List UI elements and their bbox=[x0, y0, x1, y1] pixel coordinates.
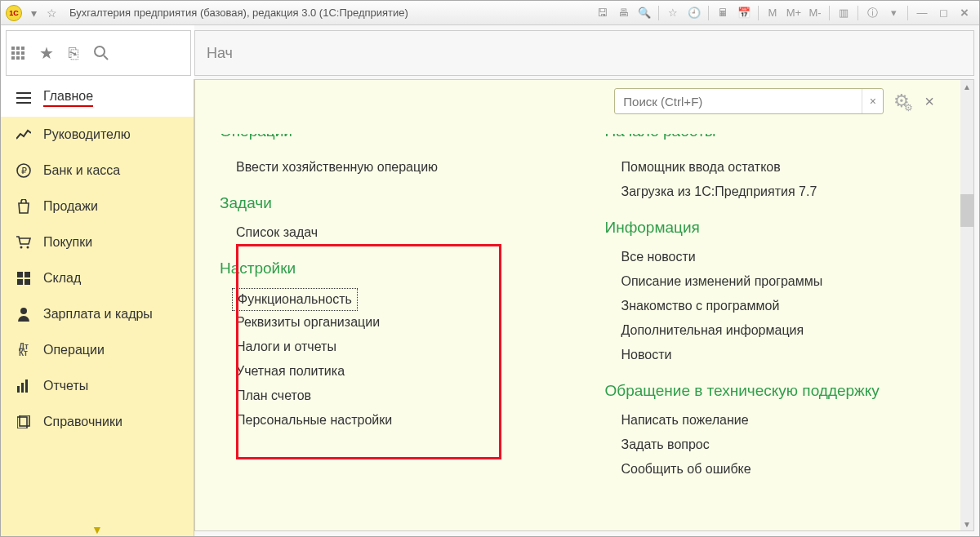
link-report-bug[interactable]: Сообщить об ошибке bbox=[605, 457, 958, 482]
dtkt-icon: ДтКт bbox=[16, 342, 32, 358]
toolbar-print-icon[interactable]: 🖶 bbox=[613, 4, 633, 22]
sidebar-item-label: Операции bbox=[43, 343, 105, 357]
scroll-thumb[interactable] bbox=[960, 194, 973, 227]
settings-gear-icon[interactable]: ⚙⚙ bbox=[893, 91, 910, 112]
section-support[interactable]: Обращение в техническую поддержку bbox=[605, 382, 958, 400]
toolbar-history-icon[interactable]: 🕘 bbox=[684, 4, 704, 22]
scroll-down-icon[interactable]: ▼ bbox=[960, 517, 973, 530]
section-information[interactable]: Информация bbox=[605, 219, 958, 237]
minimize-button[interactable]: — bbox=[912, 4, 932, 22]
bag-icon bbox=[16, 198, 32, 215]
link-changelog[interactable]: Описание изменений программы bbox=[605, 269, 958, 294]
sidebar: Главное Руководителю ₽ Банк и касса bbox=[1, 79, 194, 536]
svg-rect-16 bbox=[25, 379, 28, 393]
svg-line-1 bbox=[104, 55, 108, 60]
sidebar-item-main[interactable]: Главное bbox=[1, 79, 194, 117]
section-operations-cut[interactable]: Операции bbox=[220, 134, 572, 147]
svg-rect-14 bbox=[17, 386, 20, 393]
link-intro[interactable]: Знакомство с программой bbox=[605, 294, 958, 318]
toolbar-save-icon[interactable]: 🖫 bbox=[592, 4, 612, 22]
star-small-icon[interactable]: ☆ bbox=[45, 7, 58, 20]
svg-rect-10 bbox=[24, 272, 30, 277]
vertical-scrollbar[interactable]: ▲ ▼ bbox=[960, 80, 973, 530]
toolbar-calendar-icon[interactable]: 📅 bbox=[734, 4, 754, 22]
search-box[interactable]: × bbox=[614, 88, 884, 114]
toolbar-fav-icon[interactable]: ☆ bbox=[663, 4, 683, 22]
sidebar-item-label: Продажи bbox=[43, 199, 98, 214]
sidebar-item-warehouse[interactable]: Склад bbox=[1, 260, 194, 296]
toolbar-info-drop-icon[interactable]: ▾ bbox=[884, 4, 903, 22]
person-icon bbox=[16, 306, 32, 322]
nav-toolbar: ★ ⎘ bbox=[6, 30, 191, 76]
svg-point-0 bbox=[95, 47, 105, 56]
link-personal-settings[interactable]: Персональные настройки bbox=[220, 408, 572, 433]
link-org-details[interactable]: Реквизиты организации bbox=[220, 310, 572, 335]
link-additional-info[interactable]: Дополнительная информация bbox=[605, 318, 958, 343]
sidebar-item-label: Склад bbox=[43, 271, 81, 286]
clipboard-icon[interactable]: ⎘ bbox=[69, 44, 78, 63]
svg-rect-11 bbox=[17, 279, 23, 285]
sidebar-item-reference[interactable]: Справочники bbox=[1, 404, 194, 440]
sidebar-item-label: Главное bbox=[43, 89, 93, 107]
close-button[interactable]: × bbox=[955, 4, 974, 22]
ruble-icon: ₽ bbox=[16, 162, 32, 179]
search-input[interactable] bbox=[615, 95, 862, 109]
link-import-77[interactable]: Загрузка из 1С:Предприятия 7.7 bbox=[605, 180, 958, 204]
sidebar-item-reports[interactable]: Отчеты bbox=[1, 368, 194, 404]
menu-icon bbox=[16, 90, 32, 106]
breadcrumb-text: Нач bbox=[207, 45, 233, 62]
toolbar-mplus-button[interactable]: M+ bbox=[784, 4, 804, 22]
titlebar: 1С ▾ ☆ Бухгалтерия предприятия (базовая)… bbox=[1, 1, 979, 25]
link-feedback[interactable]: Написать пожелание bbox=[605, 408, 958, 433]
sidebar-item-label: Зарплата и кадры bbox=[43, 307, 153, 322]
section-getting-started-cut[interactable]: Начало работы bbox=[605, 134, 958, 147]
cart-icon bbox=[16, 234, 32, 251]
link-enter-operation[interactable]: Ввести хозяйственную операцию bbox=[220, 155, 572, 180]
sidebar-item-manager[interactable]: Руководителю bbox=[1, 117, 194, 153]
content-right-column: Начало работы Помощник ввода остатков За… bbox=[605, 119, 958, 508]
section-tasks[interactable]: Задачи bbox=[220, 194, 572, 212]
search-icon[interactable] bbox=[93, 45, 109, 61]
scroll-up-icon[interactable]: ▲ bbox=[960, 80, 973, 93]
sidebar-item-label: Отчеты bbox=[43, 379, 88, 393]
link-chart-accounts[interactable]: План счетов bbox=[220, 384, 572, 408]
chart-line-icon bbox=[16, 126, 32, 143]
toolbar-calc-icon[interactable]: 🖩 bbox=[713, 4, 733, 22]
toolbar-mminus-button[interactable]: M- bbox=[805, 4, 825, 22]
sidebar-item-sales[interactable]: Продажи bbox=[1, 189, 194, 224]
toolbar-info-icon[interactable]: ⓘ bbox=[862, 4, 882, 22]
link-ask-question[interactable]: Задать вопрос bbox=[605, 433, 958, 457]
sidebar-item-purchases[interactable]: Покупки bbox=[1, 224, 194, 260]
svg-rect-12 bbox=[24, 279, 30, 285]
link-balance-helper[interactable]: Помощник ввода остатков bbox=[605, 155, 958, 180]
sidebar-item-hr[interactable]: Зарплата и кадры bbox=[1, 296, 194, 332]
svg-point-8 bbox=[27, 246, 29, 249]
toolbar-panel-icon[interactable]: ▥ bbox=[834, 4, 853, 22]
logo-1c-icon: 1С bbox=[6, 5, 22, 21]
link-functionality[interactable]: Функциональность bbox=[233, 289, 357, 310]
svg-rect-17 bbox=[17, 417, 27, 428]
sidebar-expand-icon[interactable]: ▼ bbox=[1, 523, 194, 536]
star-icon[interactable]: ★ bbox=[39, 43, 54, 63]
books-icon bbox=[16, 414, 32, 430]
toolbar-preview-icon[interactable]: 🔍 bbox=[635, 4, 654, 22]
svg-rect-9 bbox=[17, 272, 23, 277]
sidebar-item-operations[interactable]: ДтКт Операции bbox=[1, 332, 194, 368]
sidebar-item-label: Покупки bbox=[43, 235, 92, 250]
link-accounting-policy[interactable]: Учетная политика bbox=[220, 359, 572, 384]
apps-grid-icon[interactable] bbox=[11, 47, 24, 60]
search-clear-icon[interactable]: × bbox=[862, 89, 883, 113]
link-all-news[interactable]: Все новости bbox=[605, 245, 958, 269]
toolbar-m-button[interactable]: M bbox=[763, 4, 782, 22]
sidebar-item-bank[interactable]: ₽ Банк и касса bbox=[1, 153, 194, 189]
link-taxes[interactable]: Налоги и отчеты bbox=[220, 335, 572, 359]
panel-close-icon[interactable]: × bbox=[924, 92, 934, 111]
sidebar-item-label: Руководителю bbox=[43, 127, 131, 142]
section-settings[interactable]: Настройки bbox=[220, 260, 572, 277]
svg-rect-15 bbox=[21, 383, 24, 393]
link-news[interactable]: Новости bbox=[605, 343, 958, 367]
maximize-button[interactable]: ◻ bbox=[933, 4, 953, 22]
svg-point-13 bbox=[20, 308, 27, 314]
dropdown-icon[interactable]: ▾ bbox=[27, 7, 40, 20]
link-task-list[interactable]: Список задач bbox=[220, 220, 572, 245]
